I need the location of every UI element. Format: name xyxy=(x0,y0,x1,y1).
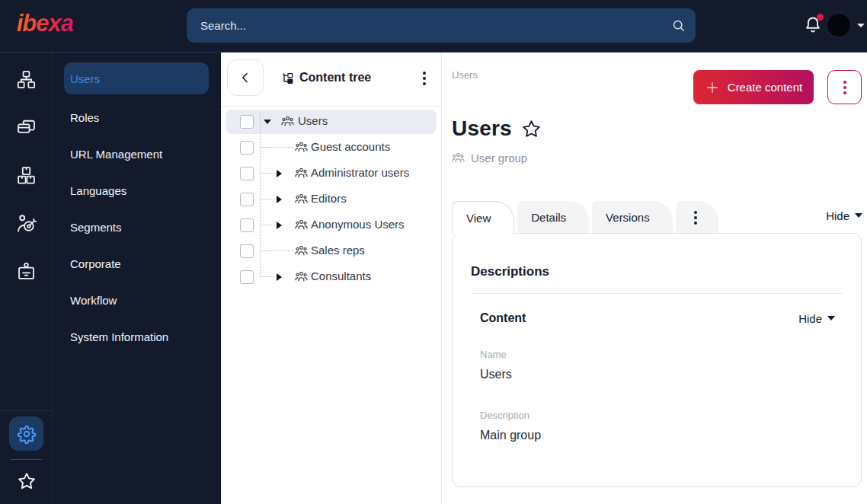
ibexa-logo[interactable]: ibexa xyxy=(17,10,73,37)
content-tree-title: Content tree xyxy=(280,71,371,85)
search-icon[interactable] xyxy=(671,18,686,33)
user-group-icon xyxy=(295,193,308,206)
tree-row-guest-accounts[interactable]: Guest accounts xyxy=(221,135,441,161)
tree-row-sales-reps[interactable]: Sales reps xyxy=(221,238,441,264)
user-group-icon xyxy=(295,219,308,231)
content-tree-icon xyxy=(280,71,294,85)
tab-view[interactable]: View xyxy=(452,201,514,234)
tree-checkbox-users[interactable] xyxy=(240,115,254,129)
tab-details[interactable]: Details xyxy=(517,201,589,234)
user-group-icon xyxy=(295,244,308,257)
user-menu-caret-icon[interactable] xyxy=(857,24,865,27)
sidebar-item-segments[interactable]: Segments xyxy=(53,209,221,245)
user-group-icon xyxy=(295,167,308,180)
badge-icon xyxy=(16,261,37,282)
user-group-icon xyxy=(295,270,308,283)
sidebar-item-system-information[interactable]: System Information xyxy=(53,318,221,355)
sidebar-item-roles[interactable]: Roles xyxy=(53,99,221,136)
tree-checkbox-guest-accounts[interactable] xyxy=(240,141,254,155)
sitemap-icon xyxy=(16,69,37,90)
tree-row-consultants[interactable]: Consultants xyxy=(221,264,441,290)
plus-icon xyxy=(705,80,720,95)
page-title: Users xyxy=(452,116,512,141)
sidebar-item-url-management[interactable]: URL Management xyxy=(53,136,221,172)
topbar: ibexa xyxy=(0,0,867,53)
tree-connector-line xyxy=(260,112,261,277)
main-content: Users Create content Users User group Vi… xyxy=(442,53,867,504)
selected-row-highlight xyxy=(226,110,437,134)
caret-right-icon[interactable] xyxy=(277,273,282,281)
breadcrumb[interactable]: Users xyxy=(452,69,478,81)
rail-item-personalization[interactable] xyxy=(0,199,53,247)
card-divider xyxy=(471,293,843,294)
kebab-icon xyxy=(843,78,846,97)
tree-checkbox-editors[interactable] xyxy=(240,193,254,206)
rail-item-pages[interactable] xyxy=(0,104,53,152)
rail-divider-2 xyxy=(11,459,42,460)
tree-checkbox-consultants[interactable] xyxy=(240,270,254,284)
pages-icon xyxy=(16,117,37,138)
tree-checkbox-anonymous-users[interactable] xyxy=(240,219,254,232)
bookmarks-button[interactable] xyxy=(0,466,53,496)
tree-row-users[interactable]: Users xyxy=(221,109,441,135)
sidebar-item-languages[interactable]: Languages xyxy=(53,172,221,209)
tree-row-editors[interactable]: Editors xyxy=(221,187,441,212)
favorite-star-icon[interactable] xyxy=(521,119,542,139)
rail-bottom xyxy=(0,410,53,504)
card-heading: Descriptions xyxy=(471,264,549,279)
user-avatar[interactable] xyxy=(825,11,853,39)
settings-button[interactable] xyxy=(9,416,43,451)
boxes-icon xyxy=(16,165,37,186)
collapse-tree-button[interactable] xyxy=(227,59,264,96)
tree-row-anonymous-users[interactable]: Anonymous Users xyxy=(221,212,441,238)
sidebar-item-workflow[interactable]: Workflow xyxy=(53,282,221,318)
content-tree-list: Users Guest accounts Administrator users… xyxy=(221,107,441,290)
hide-section-toggle[interactable]: Hide xyxy=(798,312,835,325)
global-search xyxy=(187,8,696,43)
section-title: Content xyxy=(480,311,526,325)
kebab-icon xyxy=(694,209,697,227)
descriptions-card: Descriptions Content Hide Name Users Des… xyxy=(452,233,862,487)
tree-row-administrator-users[interactable]: Administrator users xyxy=(221,161,441,187)
person-target-icon xyxy=(16,213,37,234)
tree-options-kebab-icon[interactable] xyxy=(423,69,426,88)
caret-down-icon xyxy=(855,213,862,218)
icon-rail xyxy=(0,53,53,504)
rail-divider xyxy=(0,410,53,411)
content-actions-kebab-button[interactable] xyxy=(827,70,862,104)
title-row: Users xyxy=(452,116,542,141)
caret-right-icon[interactable] xyxy=(277,170,282,177)
content-tree-panel: Content tree Users Guest accounts xyxy=(221,53,442,504)
rail-item-content-structure[interactable] xyxy=(0,56,53,104)
caret-right-icon[interactable] xyxy=(277,222,282,229)
user-group-icon xyxy=(295,141,308,154)
field-label-name: Name xyxy=(480,349,507,360)
content-tree-header: Content tree xyxy=(221,53,441,107)
star-icon xyxy=(17,471,37,491)
content-type-label: User group xyxy=(471,152,527,164)
tree-checkbox-administrator-users[interactable] xyxy=(240,167,254,180)
field-value-name: Users xyxy=(480,368,512,381)
user-group-icon xyxy=(452,152,465,164)
gear-icon xyxy=(17,424,37,444)
tab-bar: View Details Versions Hide xyxy=(452,200,862,234)
caret-down-icon xyxy=(827,316,835,321)
sidebar-item-users[interactable]: Users xyxy=(64,62,209,94)
caret-down-icon[interactable] xyxy=(264,120,271,124)
field-value-description: Main group xyxy=(480,429,541,442)
tab-versions[interactable]: Versions xyxy=(592,201,673,234)
create-content-button[interactable]: Create content xyxy=(693,70,814,104)
rail-item-admin[interactable] xyxy=(0,247,53,295)
tab-more-kebab[interactable] xyxy=(676,201,718,234)
rail-item-products[interactable] xyxy=(0,152,53,199)
tree-checkbox-sales-reps[interactable] xyxy=(240,244,254,258)
search-input[interactable] xyxy=(187,8,696,43)
field-label-description: Description xyxy=(480,410,529,421)
caret-right-icon[interactable] xyxy=(277,196,282,203)
chevron-left-icon xyxy=(238,70,253,85)
notifications-bell-icon[interactable] xyxy=(803,15,823,37)
user-group-icon xyxy=(281,115,294,128)
notification-badge xyxy=(817,14,824,21)
sidebar-item-corporate[interactable]: Corporate xyxy=(53,245,221,282)
hide-tabs-toggle[interactable]: Hide xyxy=(826,209,862,222)
